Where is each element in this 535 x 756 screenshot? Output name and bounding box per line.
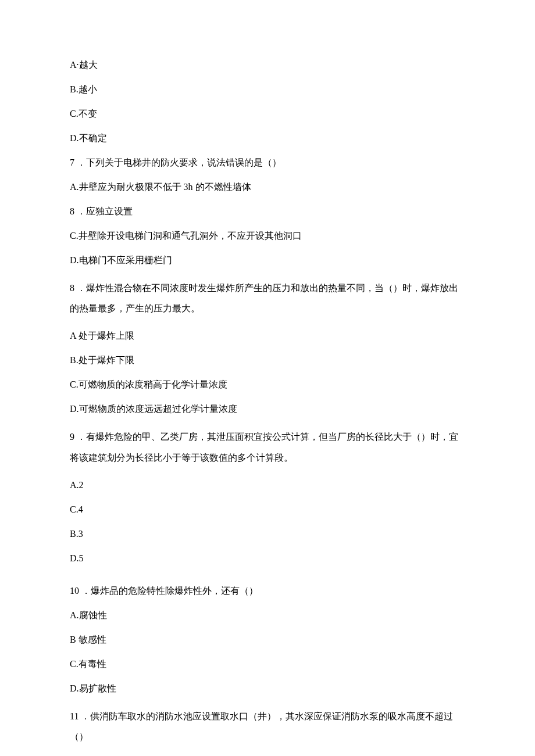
option-text: C.4 <box>70 503 465 517</box>
option-text: B.处于爆炸下限 <box>70 353 465 367</box>
option-text: C.可燃物质的浓度稍高于化学计量浓度 <box>70 378 465 392</box>
option-text: D.5 <box>70 551 465 565</box>
option-text: B.越小 <box>70 83 465 96</box>
option-text: C.有毒性 <box>70 657 465 671</box>
option-text: D.不确定 <box>70 131 465 145</box>
question-text: 11 ．供消防车取水的消防水池应设置取水口（井），其水深应保证消防水泵的吸水高度… <box>70 706 465 747</box>
option-text: B.3 <box>70 527 465 541</box>
option-text: A.腐蚀性 <box>70 608 465 622</box>
question-text: 8 ．爆炸性混合物在不同浓度时发生爆炸所产生的压力和放出的热量不同，当（）时，爆… <box>70 278 465 318</box>
option-text: D.电梯门不应采用栅栏门 <box>70 253 465 267</box>
option-text: D.可燃物质的浓度远远超过化学计量浓度 <box>70 402 465 416</box>
option-text: A·越大 <box>70 58 465 72</box>
option-text: A.井壁应为耐火极限不低于 3h 的不燃性墙体 <box>70 180 465 194</box>
question-text: 9 ．有爆炸危险的甲、乙类厂房，其泄压面积宜按公式计算，但当厂房的长径比大于（）… <box>70 427 465 467</box>
question-text: 7 ．下列关于电梯井的防火要求，说法错误的是（） <box>70 156 465 170</box>
question-text: 10 ．爆炸品的危险特性除爆炸性外，还有（） <box>70 584 465 598</box>
option-text: C.不变 <box>70 107 465 121</box>
option-text: B 敏感性 <box>70 633 465 647</box>
option-text: A.2 <box>70 478 465 492</box>
option-text: 8 ．应独立设置 <box>70 205 465 218</box>
document-page: A·越大 B.越小 C.不变 D.不确定 7 ．下列关于电梯井的防火要求，说法错… <box>0 0 535 756</box>
option-text: A 处于爆炸上限 <box>70 329 465 343</box>
spacer <box>70 576 465 584</box>
option-text: D.易扩散性 <box>70 682 465 696</box>
option-text: C.井壁除开设电梯门洞和通气孔洞外，不应开设其他洞口 <box>70 229 465 243</box>
